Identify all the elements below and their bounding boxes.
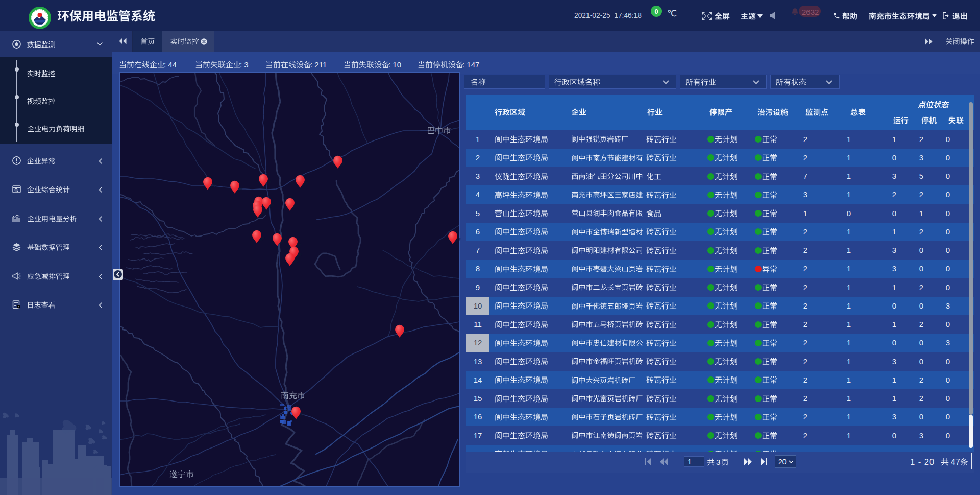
svg-text:0: 0 xyxy=(654,8,658,15)
